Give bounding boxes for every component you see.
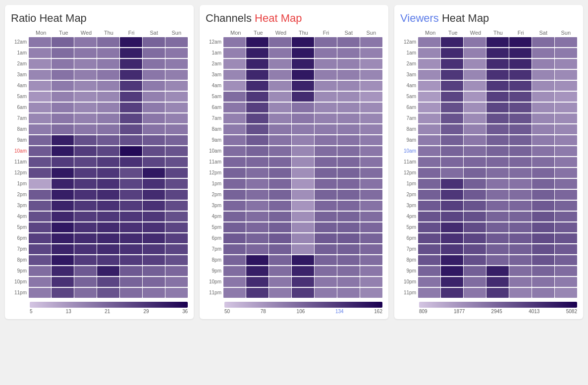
heatmap-cell <box>464 201 486 211</box>
hour-label: 1am <box>206 50 223 55</box>
heatmap-cell <box>418 190 440 200</box>
heatmap-cell <box>486 179 509 189</box>
hour-label: 11am <box>11 159 29 165</box>
heatmap-row: 10pm <box>11 276 188 287</box>
heatmap-cell <box>555 179 577 189</box>
heatmap-cell <box>555 201 577 211</box>
row-cells <box>223 168 382 178</box>
legend-label: 5082 <box>566 309 577 314</box>
heatmap-cell <box>292 124 314 134</box>
heatmap-cell <box>337 37 360 47</box>
heatmap-cell <box>315 233 337 243</box>
heatmap-cell <box>555 222 577 232</box>
hour-label: 10am <box>206 148 223 154</box>
heatmap-cell <box>441 212 463 221</box>
day-header-sat: Sat <box>337 30 360 36</box>
heatmap-cell <box>292 59 314 69</box>
heatmap-cell <box>269 135 291 145</box>
row-cells <box>29 146 188 156</box>
legend-label: 4013 <box>529 309 539 314</box>
heatmap-cell <box>97 157 119 167</box>
heatmap-cell <box>418 277 440 287</box>
heatmap-cell <box>74 92 97 102</box>
heatmap-cell <box>120 135 142 145</box>
heatmap-cell <box>74 113 97 123</box>
heatmap-cell <box>418 201 440 211</box>
hour-label: 12pm <box>11 170 29 175</box>
heatmap-cell <box>418 212 440 221</box>
heatmap-cell <box>315 157 337 167</box>
row-cells <box>418 222 577 232</box>
heatmap-cell <box>418 48 440 58</box>
heatmap-cell <box>74 277 97 287</box>
heatmap-cell <box>532 92 554 102</box>
heatmap-cell <box>532 113 554 123</box>
hour-label: 2pm <box>400 192 418 197</box>
heatmap-cell <box>246 244 268 254</box>
row-cells <box>418 168 577 178</box>
heatmap-cell <box>509 157 532 167</box>
heatmap-row: 10pm <box>206 276 382 287</box>
heatmap-cell <box>509 266 532 276</box>
heatmap-cell <box>143 135 165 145</box>
heatmap-cell <box>120 59 142 69</box>
hour-label: 1pm <box>11 181 29 186</box>
heatmap-cell <box>464 244 486 254</box>
hour-label: 7am <box>11 115 29 121</box>
heatmap-cell <box>292 70 314 80</box>
heatmap-cell <box>464 277 486 287</box>
heatmap-cell <box>74 222 97 232</box>
heatmap-row: 1am <box>400 48 577 58</box>
heatmap-cell <box>509 135 532 145</box>
heatmap-cell <box>74 233 97 243</box>
heatmap-cell <box>223 48 246 58</box>
heatmap-cell <box>143 212 165 221</box>
heatmap-row: 10pm <box>400 276 577 287</box>
heatmap-cell <box>360 168 382 178</box>
row-cells <box>418 103 577 112</box>
ratio-grid: 12am1am2am3am4am5am6am7am8am9am10am11am1… <box>11 37 188 298</box>
heatmap-cell <box>165 277 188 287</box>
heatmap-cell <box>223 37 246 47</box>
row-cells <box>418 201 577 211</box>
row-cells <box>223 244 382 254</box>
row-cells <box>29 70 188 80</box>
heatmap-cell <box>486 277 509 287</box>
row-cells <box>29 113 188 123</box>
heatmap-cell <box>360 233 382 243</box>
heatmap-cell <box>509 222 532 232</box>
heatmap-row: 5pm <box>400 222 577 232</box>
heatmap-cell <box>143 277 165 287</box>
heatmap-cell <box>486 157 509 167</box>
legend-labels: 5078106134162 <box>224 309 382 314</box>
heatmap-cell <box>97 113 119 123</box>
heatmap-cell <box>97 59 119 69</box>
heatmap-cell <box>223 103 246 112</box>
hour-label: 5am <box>400 94 418 99</box>
heatmap-cell <box>337 168 360 178</box>
heatmap-cell <box>337 212 360 221</box>
hour-label: 10pm <box>206 279 223 284</box>
heatmap-cell <box>418 222 440 232</box>
heatmap-cell <box>464 179 486 189</box>
hour-label: 10pm <box>11 279 29 284</box>
heatmap-cell <box>532 244 554 254</box>
heatmap-cell <box>509 37 532 47</box>
row-cells <box>223 277 382 287</box>
heatmap-row: 2am <box>11 58 188 69</box>
legend-label: 29 <box>144 309 149 314</box>
heatmap-cell <box>486 70 509 80</box>
heatmap-cell <box>246 48 268 58</box>
row-cells <box>29 233 188 243</box>
row-cells <box>223 288 382 298</box>
heatmap-cell <box>52 288 74 298</box>
heatmap-cell <box>292 255 314 265</box>
heatmap-cell <box>246 59 268 69</box>
heatmap-cell <box>120 48 142 58</box>
hour-label: 8am <box>206 126 223 132</box>
heatmap-cell <box>337 233 360 243</box>
row-cells <box>418 212 577 221</box>
heatmap-cell <box>246 113 268 123</box>
heatmap-cell <box>555 70 577 80</box>
heatmap-cell <box>246 255 268 265</box>
